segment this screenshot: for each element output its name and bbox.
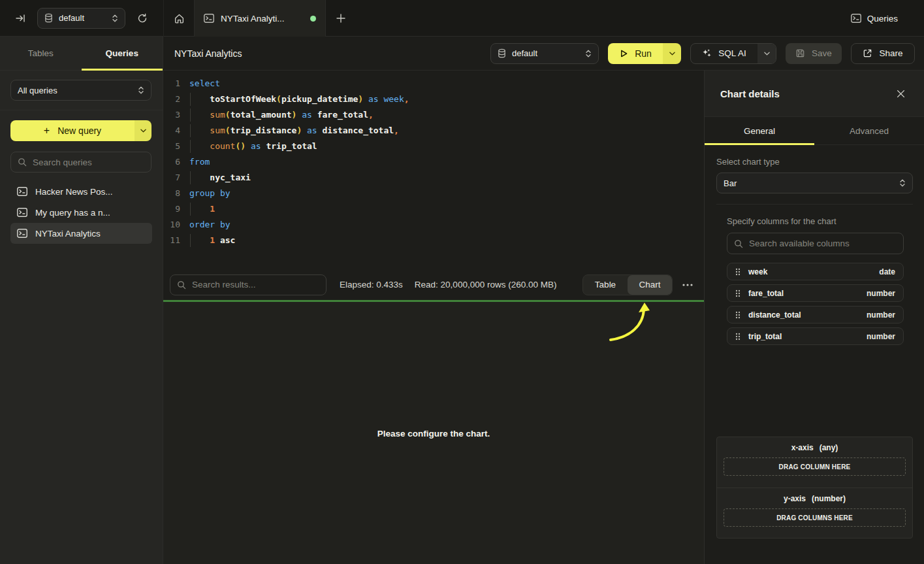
tab-chart-view[interactable]: Chart [628, 275, 672, 295]
new-query-dropdown[interactable] [135, 120, 151, 141]
queries-menu-label: Queries [867, 14, 898, 24]
close-icon[interactable] [893, 86, 908, 101]
x-axis-drop-zone[interactable]: DRAG COLUMN HERE [724, 457, 906, 476]
tab-nytaxi-analytics[interactable]: NYTaxi Analyti... [194, 0, 326, 37]
line-number: 11 [163, 233, 180, 248]
query-list-item[interactable]: My query has a n... [10, 202, 152, 223]
chart-type-select[interactable]: Bar [716, 173, 913, 193]
tab-strip: NYTaxi Analyti... [163, 0, 356, 37]
code-line-10[interactable]: 10order by [163, 217, 704, 233]
run-database-selector[interactable]: default [490, 43, 599, 64]
column-type: number [867, 289, 895, 298]
sql-ai-dropdown[interactable] [757, 44, 776, 63]
column-list: week date fare_total number distance_tot… [727, 263, 904, 345]
code-text[interactable]: 1 asc [189, 233, 235, 248]
share-icon [863, 48, 872, 58]
code-line-4[interactable]: 4 sum(trip_distance) as distance_total, [163, 123, 704, 139]
search-columns-input[interactable] [749, 239, 897, 248]
share-button[interactable]: Share [851, 43, 915, 64]
code-line-2[interactable]: 2 toStartOfWeek(pickup_datetime) as week… [163, 91, 704, 107]
query-list-item[interactable]: Hacker News Pos... [10, 181, 152, 202]
search-queries-input[interactable] [33, 158, 148, 167]
chevron-down-icon [764, 52, 770, 56]
collapse-sidebar-icon[interactable] [9, 7, 31, 29]
code-line-7[interactable]: 7 nyc_taxi [163, 170, 704, 186]
column-name: trip_total [748, 332, 782, 341]
code-text[interactable]: toStartOfWeek(pickup_datetime) as week, [189, 91, 409, 107]
drag-handle-icon[interactable] [735, 268, 741, 276]
sql-ai-button[interactable]: SQL AI [691, 44, 757, 63]
new-query-button[interactable]: + New query [10, 120, 151, 141]
query-filter-value: All queries [18, 86, 132, 95]
code-text[interactable]: nyc_taxi [189, 170, 251, 186]
query-terminal-icon [204, 14, 214, 23]
run-label: Run [635, 48, 652, 59]
chevron-updown-icon [112, 14, 118, 23]
y-axis-label: y-axis [784, 494, 806, 503]
column-row-trip-total[interactable]: trip_total number [727, 327, 904, 345]
sql-ai-button-group: SQL AI [690, 43, 776, 64]
new-query-main[interactable]: + New query [10, 120, 135, 141]
editor-toolbar: NYTaxi Analytics default Run SQL AI [163, 37, 924, 71]
chart-panel-title: Chart details [720, 88, 780, 99]
drag-handle-icon[interactable] [735, 311, 741, 319]
database-selector[interactable]: default [37, 8, 125, 29]
chart-panel-body: Select chart type Bar Specify columns fo… [705, 145, 924, 345]
code-line-5[interactable]: 5 count() as trip_total [163, 139, 704, 154]
sidebar-tab-queries[interactable]: Queries [82, 37, 163, 70]
chevron-updown-icon [138, 86, 144, 95]
code-line-8[interactable]: 8group by [163, 186, 704, 201]
run-button[interactable]: Run [608, 43, 663, 64]
query-list-item-selected[interactable]: NYTaxi Analytics [10, 223, 152, 244]
code-line-11[interactable]: 11 1 asc [163, 233, 704, 248]
code-line-9[interactable]: 9 1 [163, 201, 704, 217]
sidebar-tab-tables[interactable]: Tables [0, 37, 82, 70]
code-text[interactable]: order by [189, 217, 231, 233]
code-text[interactable]: select [189, 76, 220, 91]
code-text[interactable]: sum(trip_distance) as distance_total, [189, 123, 399, 139]
queries-menu-button[interactable]: Queries [851, 0, 898, 37]
home-button[interactable] [163, 0, 194, 37]
column-row-fare-total[interactable]: fare_total number [727, 284, 904, 302]
column-type: date [879, 267, 895, 276]
column-row-distance-total[interactable]: distance_total number [727, 306, 904, 323]
query-filter-select[interactable]: All queries [10, 80, 151, 101]
query-terminal-icon [17, 187, 27, 196]
code-line-6[interactable]: 6from [163, 154, 704, 170]
drag-handle-icon[interactable] [735, 290, 741, 297]
code-line-1[interactable]: 1select [163, 76, 704, 91]
y-axis-zone: y-axis(number) DRAG COLUMNS HERE [717, 488, 912, 538]
column-type: number [867, 310, 895, 320]
tab-advanced[interactable]: Advanced [814, 117, 924, 144]
chart-details-panel: Chart details General Advanced Select ch… [704, 71, 924, 564]
query-terminal-icon [17, 229, 27, 238]
search-results-input[interactable] [192, 280, 319, 290]
refresh-icon[interactable] [132, 8, 153, 29]
code-text[interactable]: group by [189, 186, 231, 201]
code-text[interactable]: 1 [189, 201, 215, 217]
save-button[interactable]: Save [786, 43, 842, 64]
sql-editor[interactable]: 1select2 toStartOfWeek(pickup_datetime) … [163, 71, 704, 269]
code-text[interactable]: from [189, 154, 210, 170]
toolbar-actions: default Run SQL AI Save [490, 43, 915, 64]
chart-area: Please configure the chart. [163, 302, 704, 564]
line-number: 8 [163, 186, 180, 201]
column-row-week[interactable]: week date [727, 263, 904, 280]
tab-title: NYTaxi Analyti... [221, 14, 304, 24]
code-text[interactable]: sum(total_amount) as fare_total, [189, 107, 374, 123]
search-results-box [170, 274, 327, 295]
code-line-3[interactable]: 3 sum(total_amount) as fare_total, [163, 107, 704, 123]
chevron-down-icon [669, 52, 675, 56]
unsaved-changes-dot [310, 16, 316, 22]
tab-general[interactable]: General [705, 117, 814, 144]
new-tab-button[interactable] [326, 0, 356, 37]
tab-table-view[interactable]: Table [583, 275, 628, 295]
drag-handle-icon[interactable] [735, 333, 741, 340]
more-options-icon[interactable] [680, 278, 695, 292]
code-text[interactable]: count() as trip_total [189, 139, 317, 154]
column-type: number [867, 332, 895, 341]
axes-config-box: x-axis(any) DRAG COLUMN HERE y-axis(numb… [716, 437, 913, 539]
y-axis-drop-zone[interactable]: DRAG COLUMNS HERE [724, 508, 906, 527]
line-number: 2 [163, 91, 180, 107]
run-options-dropdown[interactable] [663, 43, 681, 64]
